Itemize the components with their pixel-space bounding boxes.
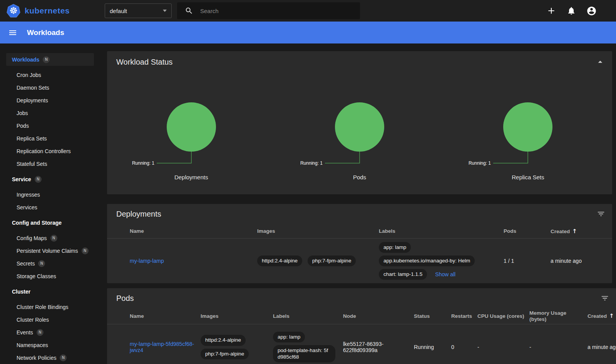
account-button[interactable] — [586, 6, 597, 16]
column-header-name[interactable]: Name — [130, 313, 201, 319]
table-row: my-lamp-lamp-5fd985cf68-jwvz4 httpd:2.4-… — [107, 324, 616, 364]
new-badge: N — [43, 56, 50, 63]
new-badge: N — [38, 260, 45, 267]
sidebar-item-config-maps[interactable]: Config MapsN — [0, 232, 100, 244]
sidebar-item-label: Stateful Sets — [17, 161, 47, 167]
pie-chart-running — [335, 102, 384, 152]
filter-button[interactable] — [601, 294, 609, 302]
node-name: lke55127-86393-622f8d09399a — [343, 341, 414, 353]
sidebar-item-workloads[interactable]: WorkloadsN — [6, 53, 94, 66]
notifications-button[interactable] — [567, 6, 576, 15]
sidebar-item-deployments[interactable]: Deployments — [0, 94, 100, 107]
chevron-up-icon — [595, 57, 605, 67]
namespace-select[interactable]: default — [105, 3, 172, 18]
image-chip: httpd:2.4-alpine — [257, 255, 302, 266]
sidebar-item-network-policies[interactable]: Network PoliciesN — [0, 351, 100, 364]
sidebar-item-jobs[interactable]: Jobs — [0, 107, 100, 119]
column-header-restarts: Restarts — [451, 313, 477, 319]
pods-table-header: Name Images Labels Node Status Restarts … — [107, 308, 616, 324]
column-header-created[interactable]: Created↑ — [551, 228, 612, 235]
topbar: ☸ kubernetes default — [0, 0, 616, 22]
sidebar-item-label: Persistent Volume Claims — [17, 248, 78, 254]
chart-label: Replica Sets — [512, 174, 544, 180]
sidebar-item-label: Replica Sets — [17, 135, 47, 142]
column-header-name[interactable]: Name — [130, 228, 257, 234]
sidebar-item-replication-controllers[interactable]: Replication Controllers — [0, 145, 100, 157]
pod-status: Running — [414, 344, 451, 350]
search-bar[interactable] — [177, 2, 360, 19]
pod-name-link[interactable]: my-lamp-lamp-5fd985cf68-jwvz4 — [130, 341, 201, 353]
collapse-section-button[interactable] — [595, 57, 605, 67]
label-chip: pod-template-hash: 5fd985cf68 — [273, 345, 335, 362]
pods-count: 1 / 1 — [504, 258, 551, 264]
add-button[interactable] — [546, 6, 556, 16]
sidebar-item-label: Storage Classes — [17, 273, 56, 279]
new-badge: N — [50, 235, 57, 242]
column-header-images: Images — [257, 228, 379, 234]
sidebar-item-label: Network Policies — [17, 355, 56, 361]
restarts-count: 0 — [451, 344, 477, 350]
sidebar-item-cluster-role-bindings[interactable]: Cluster Role Bindings — [0, 301, 100, 313]
brand[interactable]: ☸ kubernetes — [0, 3, 105, 18]
workload-charts: Running: 1 Deployments Running: 1 Pods R… — [107, 102, 612, 180]
sidebar-nav: WorkloadsNCron JobsDaemon SetsDeployment… — [0, 43, 100, 364]
sidebar-item-pods[interactable]: Pods — [0, 119, 100, 132]
sidebar-item-label: Pods — [17, 123, 29, 129]
sidebar-item-events[interactable]: EventsN — [0, 326, 100, 339]
filter-icon — [601, 294, 609, 302]
new-badge: N — [35, 176, 42, 183]
sidebar-item-cluster-roles[interactable]: Cluster Roles — [0, 313, 100, 326]
sidebar-item-label: Workloads — [12, 57, 39, 63]
sidebar-item-label: Events — [17, 329, 33, 336]
column-header-labels: Labels — [273, 313, 343, 319]
workload-chart-replica-sets: Running: 1 Replica Sets — [444, 102, 612, 180]
workload-status-card: Workload Status Running: 1 Deployments R… — [107, 51, 612, 194]
sidebar-item-replica-sets[interactable]: Replica Sets — [0, 132, 100, 145]
sidebar-item-label: Cron Jobs — [17, 72, 41, 78]
deployment-name-link[interactable]: my-lamp-lamp — [130, 258, 169, 264]
label-chip: chart: lamp-1.1.5 — [379, 269, 427, 280]
sidebar-item-service[interactable]: ServiceN — [0, 173, 100, 185]
chart-annotation: Running: 1 — [132, 160, 154, 166]
sidebar-item-label: Config Maps — [17, 235, 47, 241]
pods-title: Pods — [116, 294, 134, 303]
sidebar-item-stateful-sets[interactable]: Stateful Sets — [0, 157, 100, 170]
chart-label: Pods — [353, 174, 366, 180]
image-chip: php:7-fpm-alpine — [308, 255, 356, 266]
sidebar-item-daemon-sets[interactable]: Daemon Sets — [0, 81, 100, 94]
sidebar-item-ingresses[interactable]: Ingresses — [0, 188, 100, 201]
memory-usage: - — [529, 344, 588, 350]
sidebar-item-label: Services — [17, 204, 37, 210]
sidebar-item-cluster[interactable]: Cluster — [0, 285, 100, 298]
new-badge: N — [60, 354, 67, 361]
pie-chart-running — [503, 102, 552, 152]
label-chip: app: lamp — [379, 242, 411, 253]
deployments-title: Deployments — [116, 210, 161, 219]
column-header-created[interactable]: Created↑ — [588, 313, 616, 319]
sidebar-item-cron-jobs[interactable]: Cron Jobs — [0, 68, 100, 81]
brand-text: kubernetes — [25, 6, 70, 15]
add-icon — [546, 6, 556, 16]
sidebar-item-config-and-storage[interactable]: Config and Storage — [0, 216, 100, 229]
created-timestamp: a minute ago — [551, 258, 582, 264]
filter-button[interactable] — [597, 210, 605, 218]
deployments-table-header: Name Images Labels Pods Created↑ — [107, 224, 612, 239]
sidebar-item-persistent-volume-claims[interactable]: Persistent Volume ClaimsN — [0, 244, 100, 257]
new-badge: N — [37, 329, 44, 336]
label-chip: app: lamp — [273, 332, 305, 342]
sidebar-item-services[interactable]: Services — [0, 201, 100, 214]
chart-annotation: Running: 1 — [469, 160, 491, 166]
search-input[interactable] — [200, 8, 360, 14]
menu-button[interactable] — [8, 28, 17, 37]
content-area: Workload Status Running: 1 Deployments R… — [100, 43, 616, 364]
sidebar-item-storage-classes[interactable]: Storage Classes — [0, 270, 100, 282]
account-icon — [586, 6, 597, 16]
toolbar: Workloads — [0, 22, 616, 43]
sidebar-item-namespaces[interactable]: Namespaces — [0, 339, 100, 351]
namespace-value: default — [110, 8, 127, 14]
hamburger-menu-icon — [8, 28, 17, 37]
show-all-link[interactable]: Show all — [435, 271, 460, 277]
sidebar-item-secrets[interactable]: SecretsN — [0, 257, 100, 270]
sidebar-item-label: Replication Controllers — [17, 148, 71, 154]
pods-card: Pods Name Images Labels Node Status Rest… — [107, 288, 616, 364]
